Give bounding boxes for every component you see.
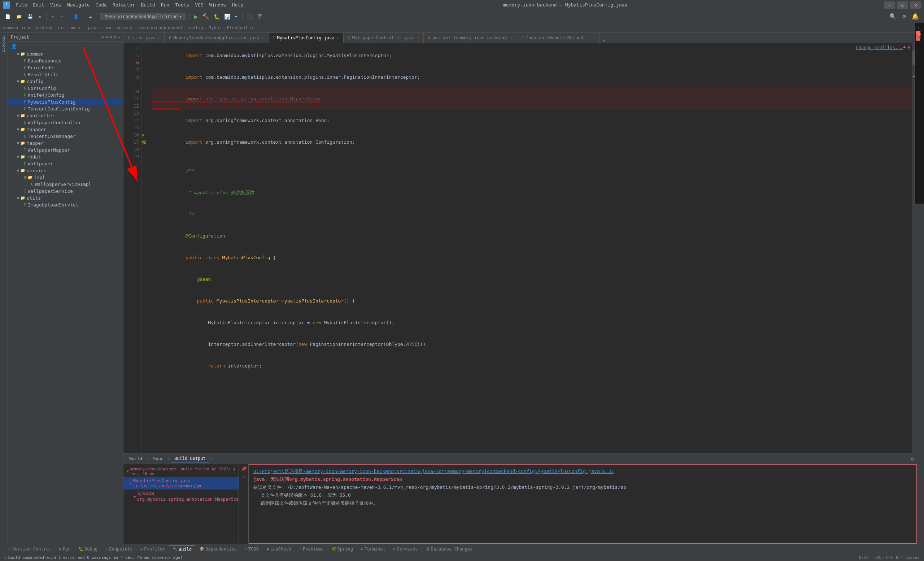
tab-close-mybatisplusconfig[interactable]: ✕ [337, 36, 339, 40]
menu-run[interactable]: Run [158, 2, 172, 8]
bottom-tab-build[interactable]: 🔨 Build [169, 546, 195, 553]
settings-button[interactable]: ⚙ [900, 13, 908, 20]
bottom-tab-endpoints[interactable]: ⚡ Endpoints [102, 546, 136, 552]
tab-close-memoryiconbackendapplication[interactable]: ✕ [262, 36, 264, 40]
notifications-button[interactable]: 🔔 [910, 13, 921, 20]
bottom-tab-problems[interactable]: ⚠ Problems [296, 546, 327, 552]
menu-help[interactable]: Help [229, 2, 246, 8]
bottom-tab-spring[interactable]: 🌿 Spring [328, 546, 357, 552]
forward-button[interactable]: → [58, 13, 64, 20]
tree-item-knife4jconfig[interactable]: C Knife4jConfig [8, 92, 123, 99]
breadcrumb-main[interactable]: main [71, 25, 82, 30]
breadcrumb-file[interactable]: MybatisPlusConfig [208, 25, 253, 30]
bottom-tab-todo[interactable]: ✓ TODO [241, 546, 262, 552]
bottom-tab-dependencies[interactable]: 📦 Dependencies [196, 546, 240, 552]
bottom-tab-services[interactable]: ⚙ Services [390, 546, 422, 552]
bottom-tab-profiler[interactable]: ◎ Profiler [137, 546, 168, 552]
tab-close-invocablehandlermethod[interactable]: ✕ [593, 36, 595, 40]
build-panel-settings-icon[interactable]: ⚙ [911, 456, 914, 462]
tree-item-mapper[interactable]: ▼ 📁 mapper [8, 140, 123, 147]
breadcrumb-com[interactable]: com [103, 25, 111, 30]
tab-close-vice[interactable]: ✕ [158, 36, 160, 40]
bottom-tab-luacheck[interactable]: ◉ LuaCheck [263, 546, 295, 552]
back-button[interactable]: ← [50, 13, 56, 20]
tree-item-resultutils[interactable]: C ResultUtils [8, 71, 123, 78]
tree-item-model[interactable]: ▼ 📁 model [8, 153, 123, 160]
tab-memoryiconbackendapplication[interactable]: C MemoryIconBackendApplication.java ✕ [165, 33, 268, 43]
tab-vice-java[interactable]: C vice.java ✕ [123, 33, 165, 43]
breadcrumb-project[interactable]: memory-icon-backend [3, 25, 52, 30]
bottom-tab-terminal[interactable]: ▶ Terminal [357, 546, 389, 552]
build-hammer-button[interactable]: 🔨 [201, 13, 211, 20]
build-status-item[interactable]: ✗ memory-icon-backend: build failed At 2… [123, 466, 238, 477]
build-side-expand-icon[interactable]: ⤢ [240, 474, 247, 480]
tree-item-corsconfig[interactable]: C CorsConfig [8, 85, 123, 92]
tree-item-controller[interactable]: ▼ 📁 controller [8, 112, 123, 119]
user-button[interactable]: 👤 [71, 13, 81, 20]
tab-close-wallpapercontroller[interactable]: ✕ [417, 36, 419, 40]
bottom-tab-run[interactable]: ▶ Run [56, 546, 74, 552]
tree-item-service[interactable]: ▼ 📁 service [8, 167, 123, 174]
menu-code[interactable]: Code [93, 2, 110, 8]
tree-item-manager[interactable]: ▼ 📁 manager [8, 126, 123, 133]
nav-bar-button[interactable]: ≡ [87, 13, 94, 20]
build-tree-item-mapperscan-error[interactable]: ◉ 无法访问org.mybatis.spring.annotation.Mapp… [123, 489, 238, 503]
build-tab-close-sync[interactable]: ✕ [168, 457, 170, 460]
tree-item-wallpaper[interactable]: C Wallpaper [8, 160, 123, 167]
translate-button[interactable]: 字 [256, 14, 264, 20]
stop-button[interactable]: ⬛ [245, 14, 255, 20]
tree-item-imageuploadservlet[interactable]: C ImageUploadServlet [8, 201, 123, 208]
menu-file[interactable]: File [13, 2, 30, 8]
profile-button[interactable]: 📊 [223, 14, 232, 20]
build-tab-output[interactable]: Build Output [171, 455, 208, 462]
tree-settings-icon[interactable]: ⚙ [114, 34, 116, 40]
tree-item-baseresponse[interactable]: C BaseResponse [8, 57, 123, 64]
bottom-tab-versioncontrol[interactable]: ⎇ Version Control [3, 546, 55, 552]
tree-item-wallpaperservice[interactable]: I WallpaperService [8, 188, 123, 195]
tree-item-utils[interactable]: ▼ 📁 utils [8, 195, 123, 201]
tree-item-wallpapermapper[interactable]: I WallpaperMapper [8, 147, 123, 153]
new-file-button[interactable]: 📄 [3, 13, 13, 20]
tree-item-tencentcosmanager[interactable]: C TencentCosManager [8, 133, 123, 140]
build-tree-item-mybatisplusconfig[interactable]: ✗ MybatisPlusConfig.java src\main\java\c… [123, 477, 238, 489]
menu-view[interactable]: View [47, 2, 64, 8]
debug-button[interactable]: 🐛 [212, 14, 221, 20]
open-button[interactable]: 📁 [14, 13, 24, 20]
refresh-button[interactable]: ↻ [36, 13, 44, 20]
tree-close-icon[interactable]: — [118, 34, 120, 40]
tab-pomxml[interactable]: X pom.xml (memory-icon-backend) ✕ [424, 33, 517, 43]
menu-edit[interactable]: Edit [30, 2, 47, 8]
search-everywhere-button[interactable]: 🔍 [887, 13, 899, 20]
tab-invocablehandlermethod[interactable]: C InvocableHandlerMethod... ✕ [517, 33, 600, 43]
bean-marker[interactable]: ⚙ [141, 133, 144, 138]
tree-item-tencentcosclientconfig[interactable]: C TencentCosClientConfig [8, 105, 123, 112]
spring-marker[interactable]: 🌿 [141, 140, 147, 145]
bottom-tab-database-changes[interactable]: 🗄 Database Changes [422, 546, 476, 552]
run-button[interactable]: ▶ [192, 13, 199, 20]
close-button[interactable]: ✕ [910, 2, 921, 9]
breadcrumb-java[interactable]: java [87, 25, 98, 30]
breadcrumb-config[interactable]: config [188, 25, 203, 30]
bottom-tab-debug[interactable]: 🐛 Debug [75, 546, 101, 552]
minimize-button[interactable]: ─ [884, 2, 895, 9]
menu-refactor[interactable]: Refactor [110, 2, 138, 8]
tree-item-mybatisplusconfig[interactable]: C MybatisPlusConfig [8, 99, 123, 105]
tree-item-common[interactable]: ▼ 📁 common [8, 51, 123, 57]
tree-scope-icon[interactable]: ⊙ [101, 34, 104, 40]
project-sidebar-toggle[interactable]: Project [2, 35, 6, 52]
tree-item-impl[interactable]: ▼ 📁 impl [8, 174, 123, 181]
build-tab-build[interactable]: Build [126, 456, 145, 462]
breadcrumb-memory[interactable]: memory [117, 25, 132, 30]
menu-vcs[interactable]: VCS [192, 2, 206, 8]
build-tab-close-build[interactable]: ✕ [147, 457, 149, 460]
build-side-pin-icon[interactable]: 📌 [240, 466, 247, 472]
breadcrumb-src[interactable]: src [58, 25, 66, 30]
tree-expand-icon[interactable]: ≡ [105, 34, 108, 40]
tree-collapse-icon[interactable]: ⊟ [110, 34, 112, 40]
coverage-button[interactable]: ☂ [233, 14, 239, 20]
tab-overflow[interactable]: ▸ [600, 38, 608, 43]
code-editor[interactable]: import com.baomidou.mybatisplus.extensio… [149, 44, 912, 453]
maximize-button[interactable]: □ [897, 2, 908, 9]
tree-item-config[interactable]: ▼ 📁 config [8, 78, 123, 85]
menu-window[interactable]: Window [207, 2, 229, 8]
